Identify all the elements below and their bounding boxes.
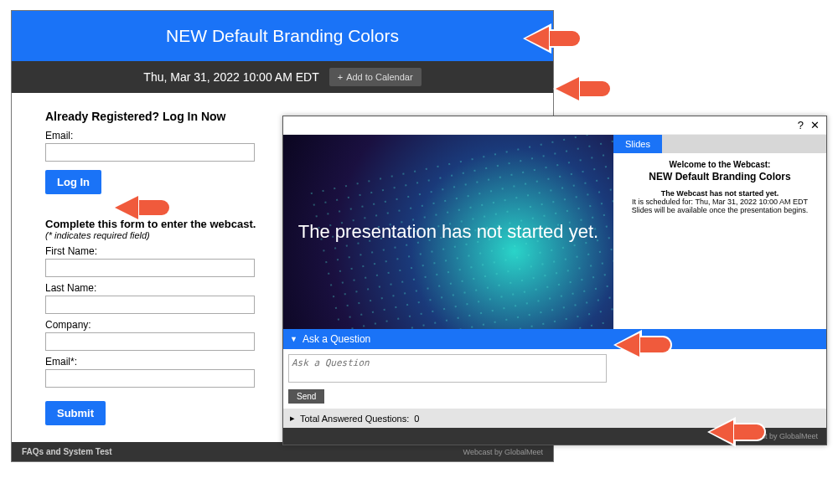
last-name-field[interactable] [45, 296, 255, 314]
company-field[interactable] [45, 332, 255, 351]
player-window: ? ✕ The presentation has not started yet… [282, 116, 827, 445]
first-name-field[interactable] [45, 259, 255, 277]
send-button[interactable]: Send [288, 389, 324, 404]
powered-by-label-player: Webcast by GlobalMeet [738, 432, 818, 440]
webcast-title: NEW Default Branding Colors [618, 171, 821, 183]
caret-right-icon: ▸ [290, 413, 295, 424]
plus-icon: + [338, 72, 343, 82]
side-panel-body: Welcome to the Webcast: NEW Default Bran… [613, 153, 826, 329]
player-footer: Webcast by GlobalMeet [283, 428, 826, 445]
webcast-status: The Webcast has not started yet. [618, 189, 821, 198]
side-panel: Slides Welcome to the Webcast: NEW Defau… [613, 135, 826, 329]
powered-by-label: Webcast by GlobalMeet [463, 448, 543, 456]
video-pane: The presentation has not started yet. [283, 135, 613, 329]
slides-availability: Slides will be available once the presen… [618, 206, 821, 214]
submit-button[interactable]: Submit [45, 401, 106, 425]
tab-row: Slides [613, 135, 826, 153]
webcast-schedule: It is scheduled for: Thu, Mar 31, 2022 1… [618, 198, 821, 206]
arrow-annotation-subbar [553, 74, 612, 104]
login-button[interactable]: Log In [45, 170, 101, 194]
page-title: NEW Default Branding Colors [12, 11, 553, 61]
add-to-calendar-label: Add to Calendar [346, 72, 413, 82]
video-status-text: The presentation has not started yet. [298, 220, 598, 244]
faq-link[interactable]: FAQs and System Test [22, 447, 112, 456]
ask-question-bar[interactable]: ▼ Ask a Question [283, 329, 826, 349]
player-titlebar: ? ✕ [283, 116, 826, 135]
help-icon[interactable]: ? [798, 119, 804, 131]
chevron-down-icon: ▼ [290, 335, 297, 343]
player-content: The presentation has not started yet. Sl… [283, 135, 826, 329]
answered-label: Total Answered Questions: [300, 414, 409, 424]
event-datetime: Thu, Mar 31, 2022 10:00 AM EDT [143, 70, 318, 84]
event-info-bar: Thu, Mar 31, 2022 10:00 AM EDT + Add to … [12, 61, 553, 93]
question-input[interactable] [288, 354, 607, 383]
register-email-field[interactable] [45, 369, 255, 388]
close-icon[interactable]: ✕ [810, 119, 820, 131]
welcome-label: Welcome to the Webcast: [618, 160, 821, 169]
ask-question-body: Send [283, 349, 826, 409]
tab-slides[interactable]: Slides [613, 135, 662, 153]
login-email-field[interactable] [45, 143, 255, 162]
ask-question-label: Ask a Question [303, 333, 370, 345]
answered-row[interactable]: ▸ Total Answered Questions: 0 [283, 409, 826, 428]
add-to-calendar-button[interactable]: + Add to Calendar [329, 68, 422, 86]
answered-count: 0 [414, 414, 419, 424]
